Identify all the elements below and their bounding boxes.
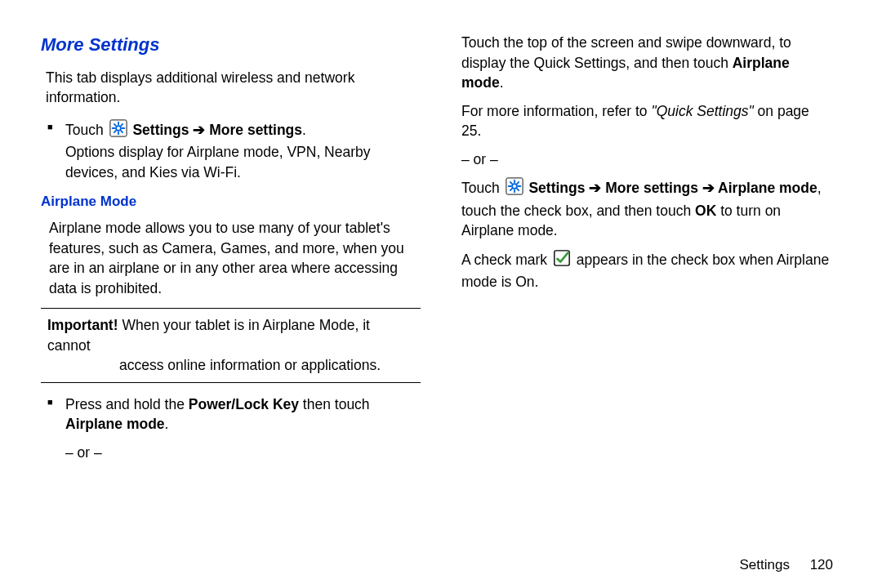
airplane-mode-bold: Airplane mode [65, 416, 165, 432]
power-lock-key: Power/Lock Key [189, 396, 299, 412]
press-hold-bullet: Press and hold the Power/Lock Key then t… [65, 394, 412, 434]
touch-settings-path: Touch [461, 177, 833, 241]
more-info-prefix: For more information, refer to [461, 103, 651, 119]
more-settings-label: More settings [209, 122, 302, 138]
page-footer: Settings 120 [739, 557, 833, 573]
footer-section: Settings [739, 557, 789, 572]
arrow-icon-r1: ➔ [589, 180, 605, 196]
or-separator-right: – or – [461, 149, 841, 170]
arrow-icon-r2: ➔ [702, 180, 718, 196]
touch-settings-bullet: Touch [65, 119, 412, 183]
important-text-cont: access online information or application… [119, 355, 414, 376]
or-separator-left: – or – [65, 443, 421, 463]
airplane-mode-heading: Airplane Mode [41, 192, 421, 212]
checkmark-prefix: A check mark [461, 251, 551, 267]
ok-label: OK [695, 203, 716, 219]
touch-prefix-r: Touch [461, 180, 504, 196]
touch-prefix: Touch [65, 122, 108, 138]
more-settings-label-r: More settings [605, 180, 698, 196]
press-hold-mid: then touch [299, 396, 370, 412]
checkmark-icon [553, 249, 571, 273]
checkmark-line: A check mark appears in the check box wh… [461, 249, 833, 292]
swipe-instruction: Touch the top of the screen and swipe do… [461, 33, 833, 93]
settings-gear-icon-r [506, 177, 523, 201]
press-hold-prefix: Press and hold the [65, 396, 189, 412]
more-settings-heading: More Settings [41, 33, 421, 58]
arrow-icon: ➔ [193, 122, 209, 138]
quick-settings-ref: "Quick Settings" [651, 103, 753, 119]
more-info-line: For more information, refer to "Quick Se… [461, 101, 833, 141]
airplane-mode-bold-r2: Airplane mode [718, 180, 817, 196]
settings-gear-icon [109, 119, 127, 143]
important-label: Important! [47, 317, 118, 333]
settings-label: Settings [132, 122, 189, 138]
intro-text: This tab displays additional wireless an… [46, 68, 421, 108]
footer-page-number: 120 [810, 557, 833, 572]
important-callout: Important! When your tablet is in Airpla… [41, 308, 421, 383]
settings-label-r: Settings [528, 180, 585, 196]
options-line: Options display for Airplane mode, VPN, … [65, 142, 412, 182]
airplane-mode-description: Airplane mode allows you to use many of … [49, 218, 412, 298]
